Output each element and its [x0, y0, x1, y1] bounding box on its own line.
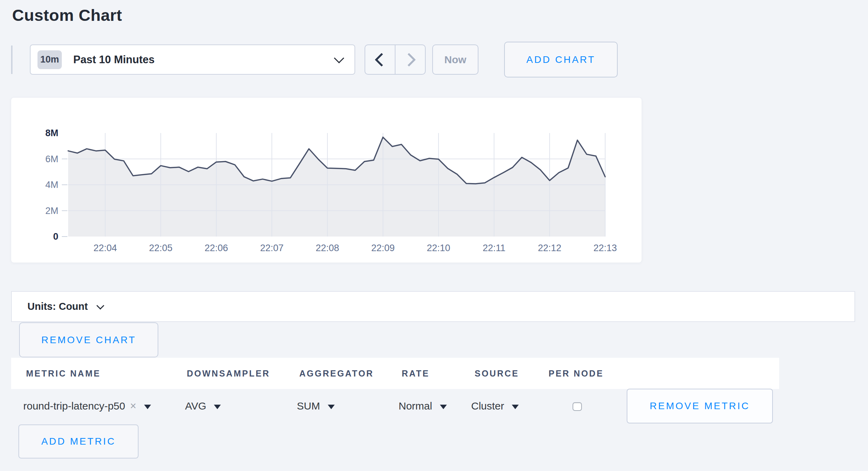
metrics-table-header: METRIC NAME DOWNSAMPLER AGGREGATOR RATE …	[11, 358, 779, 389]
units-label: Units: Count	[27, 301, 88, 312]
chart-card: 02M4M6M8M22:0422:0522:0622:0722:0822:092…	[11, 98, 642, 263]
caret-down-icon	[512, 405, 519, 409]
time-range-badge: 10m	[37, 50, 62, 69]
chevron-right-icon	[402, 53, 416, 67]
chevron-down-icon	[97, 301, 105, 309]
y-tick-label: 0	[53, 231, 58, 242]
time-range-dropdown[interactable]: 10m Past 10 Minutes	[30, 44, 355, 75]
metric-name-value: round-trip-latency-p50	[23, 400, 125, 412]
remove-chart-button[interactable]: REMOVE CHART	[19, 322, 158, 357]
column-header-downsampler: DOWNSAMPLER	[187, 358, 270, 389]
caret-down-icon	[440, 405, 447, 409]
x-tick-label: 22:07	[260, 243, 284, 253]
clear-metric-icon[interactable]: ×	[130, 400, 136, 412]
x-tick-label: 22:06	[205, 243, 228, 253]
y-tick-label: 2M	[45, 206, 58, 216]
rate-select[interactable]: Normal	[399, 398, 447, 414]
column-header-aggregator: AGGREGATOR	[299, 358, 374, 389]
x-tick-label: 22:08	[316, 243, 339, 253]
next-range-button[interactable]	[395, 45, 425, 74]
metric-name-select[interactable]: round-trip-latency-p50 ×	[23, 398, 151, 414]
chevron-left-icon	[375, 53, 389, 67]
y-tick-label: 6M	[45, 154, 58, 164]
x-tick-label: 22:09	[371, 243, 395, 253]
now-button[interactable]: Now	[432, 44, 478, 75]
source-select[interactable]: Cluster	[471, 398, 519, 414]
y-tick-label: 8M	[45, 128, 58, 138]
add-chart-button[interactable]: ADD CHART	[504, 42, 618, 77]
per-node-checkbox[interactable]	[573, 402, 582, 411]
column-header-metric-name: METRIC NAME	[26, 358, 101, 389]
time-range-label: Past 10 Minutes	[73, 53, 155, 66]
caret-down-icon	[214, 405, 221, 409]
x-tick-label: 22:05	[149, 243, 173, 253]
aggregator-value: SUM	[297, 400, 320, 412]
y-tick-label: 4M	[45, 180, 58, 190]
source-value: Cluster	[471, 400, 504, 412]
chevron-down-icon	[334, 53, 344, 64]
prev-range-button[interactable]	[365, 45, 395, 74]
caret-down-icon	[328, 405, 335, 409]
x-tick-label: 22:12	[538, 243, 561, 253]
downsampler-select[interactable]: AVG	[185, 398, 221, 414]
rate-value: Normal	[399, 400, 432, 412]
caret-down-icon	[144, 405, 151, 409]
column-header-source: SOURCE	[475, 358, 519, 389]
remove-metric-button[interactable]: REMOVE METRIC	[627, 389, 773, 423]
aggregator-select[interactable]: SUM	[297, 398, 335, 414]
time-pager	[365, 44, 426, 75]
column-header-rate: RATE	[402, 358, 429, 389]
column-header-per-node: PER NODE	[549, 358, 604, 389]
x-tick-label: 22:10	[427, 243, 450, 253]
metric-area-chart: 02M4M6M8M22:0422:0522:0622:0722:0822:092…	[11, 98, 642, 263]
toolbar-accent-rule	[11, 46, 12, 74]
series-area-fill	[68, 137, 605, 237]
page-title: Custom Chart	[12, 6, 122, 25]
x-tick-label: 22:11	[483, 243, 506, 253]
x-tick-label: 22:04	[93, 243, 117, 253]
downsampler-value: AVG	[185, 400, 206, 412]
add-metric-button[interactable]: ADD METRIC	[18, 424, 139, 458]
x-tick-label: 22:13	[593, 243, 617, 253]
units-dropdown[interactable]: Units: Count	[11, 291, 855, 322]
